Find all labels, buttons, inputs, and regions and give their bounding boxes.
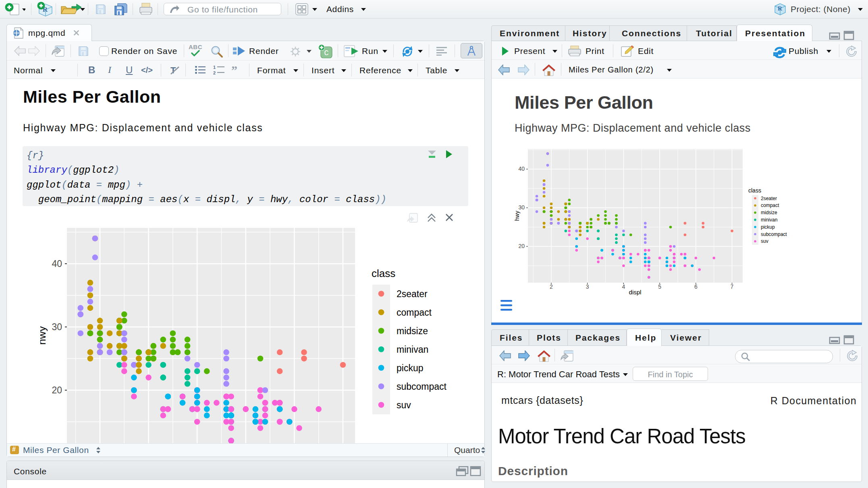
svg-text:minivan: minivan [397,344,428,355]
svg-text:40: 40 [518,165,525,172]
svg-text:40: 40 [52,258,62,269]
svg-text:2seater: 2seater [397,289,428,299]
svg-text:R: R [778,5,782,12]
svg-text:class: class [748,187,761,194]
svg-text:compact: compact [397,307,432,318]
svg-text:pickup: pickup [397,363,423,373]
svg-text:2: 2 [213,70,216,75]
svg-text:class: class [372,267,395,279]
svg-text:1: 1 [213,65,216,70]
svg-text:5: 5 [658,283,661,290]
svg-text:7: 7 [731,283,734,290]
svg-text:midsize: midsize [761,210,777,215]
svg-text:3: 3 [586,283,589,290]
svg-text:pickup: pickup [761,224,775,230]
svg-text:4: 4 [622,283,625,290]
svg-text:subcompact: subcompact [761,232,787,237]
svg-text:C: C [324,49,328,58]
svg-text:2seater: 2seater [761,196,777,201]
svg-text:hwy: hwy [40,326,48,345]
svg-text:displ: displ [629,289,642,296]
svg-text:hwy: hwy [514,211,520,221]
svg-text:20: 20 [52,385,62,395]
svg-text:subcompact: subcompact [397,381,447,392]
svg-text:suv: suv [397,400,411,410]
svg-text:minivan: minivan [761,217,777,223]
svg-text:6: 6 [694,283,698,290]
svg-text:compact: compact [761,203,779,208]
svg-text:2: 2 [550,283,553,290]
svg-text:20: 20 [518,243,525,249]
svg-text:30: 30 [52,322,62,332]
svg-text:midsize: midsize [397,326,428,336]
svg-text:30: 30 [518,204,525,211]
svg-text:suv: suv [761,238,768,244]
